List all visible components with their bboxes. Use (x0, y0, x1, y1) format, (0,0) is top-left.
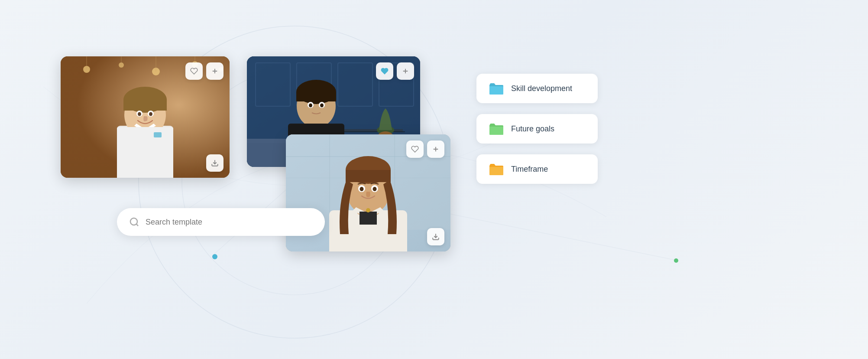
card-2-like-button[interactable] (376, 62, 393, 80)
folder-icon-green (489, 121, 504, 137)
folder-icon-orange (489, 161, 504, 177)
svg-rect-61 (360, 212, 377, 225)
svg-point-62 (366, 208, 370, 212)
scene: Skill development Future goals Timeframe (0, 0, 868, 359)
svg-rect-20 (154, 132, 162, 137)
svg-rect-53 (329, 134, 330, 221)
svg-rect-59 (346, 170, 391, 182)
card-3-like-button[interactable] (406, 140, 424, 158)
category-label-skill-development: Skill development (511, 84, 572, 93)
svg-point-65 (360, 187, 364, 191)
svg-point-24 (149, 112, 152, 116)
search-icon (129, 217, 139, 227)
svg-rect-17 (123, 100, 167, 111)
decorative-dot-green (674, 258, 678, 263)
card-3-download-button[interactable] (427, 228, 444, 245)
category-card-future-goals[interactable]: Future goals (476, 114, 598, 144)
card-2-add-button[interactable] (397, 62, 414, 80)
photo-card-1 (61, 56, 230, 178)
svg-point-45 (309, 104, 312, 108)
card-2-actions (376, 62, 414, 80)
search-input[interactable] (146, 218, 313, 227)
category-card-timeframe[interactable]: Timeframe (476, 154, 598, 184)
card-1-like-button[interactable] (185, 62, 203, 80)
card-1-add-button[interactable] (206, 62, 223, 80)
svg-point-70 (130, 218, 137, 225)
card-3-add-button[interactable] (427, 140, 444, 158)
svg-line-71 (136, 224, 138, 226)
svg-point-23 (138, 112, 141, 116)
search-bar (117, 208, 325, 236)
card-3-actions (406, 140, 444, 158)
svg-rect-19 (117, 127, 173, 178)
category-label-timeframe: Timeframe (511, 165, 548, 174)
folder-icon-blue (489, 81, 504, 96)
category-label-future-goals: Future goals (511, 124, 554, 134)
category-card-skill-development[interactable]: Skill development (476, 74, 598, 103)
card-1-download-button[interactable] (206, 154, 223, 172)
svg-rect-41 (296, 92, 336, 101)
svg-point-66 (373, 187, 377, 191)
decorative-dot-teal (212, 254, 217, 259)
card-1-actions (185, 62, 223, 80)
svg-point-46 (320, 104, 324, 108)
